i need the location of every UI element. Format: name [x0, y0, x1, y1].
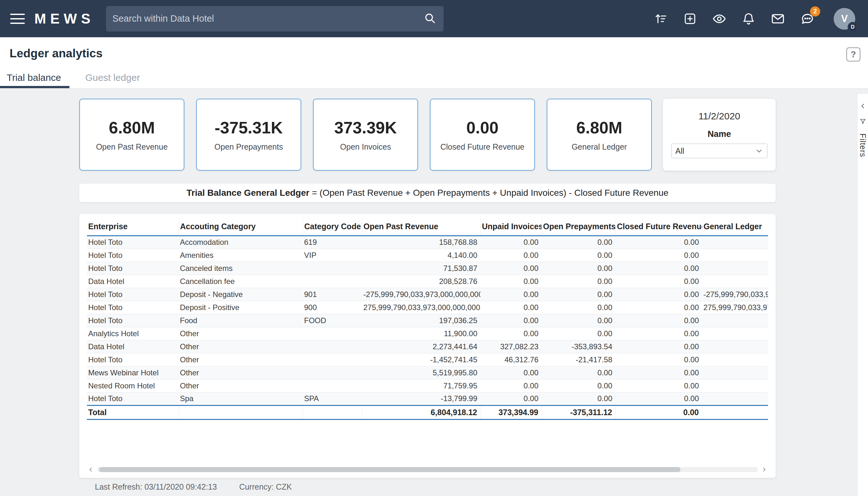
cell: 0.00 — [616, 236, 702, 249]
scroll-right-icon[interactable] — [760, 466, 768, 474]
cell — [702, 327, 768, 340]
table-row[interactable]: Hotel TotoDeposit - Negative901-275,999,… — [87, 288, 768, 301]
tab-trial-balance[interactable]: Trial balance — [0, 67, 69, 88]
table-row[interactable]: Analytics HotelOther11,900.000.000.000.0… — [87, 327, 768, 340]
table-row[interactable]: Hotel TotoDeposit - Positive900275,999,7… — [87, 301, 768, 314]
col-unpaid-invoices[interactable]: Unpaid Invoices — [480, 218, 542, 236]
table-row[interactable]: Hotel TotoAccomodation619158,768.880.000… — [87, 236, 768, 249]
table-row[interactable]: Nested Room HotelOther71,759.950.000.000… — [87, 379, 768, 392]
name-filter-dropdown[interactable]: All — [671, 143, 768, 158]
expand-filters-icon[interactable] — [860, 103, 866, 109]
total-cell: 6,804,918.12 — [362, 405, 480, 419]
cell: 0.00 — [480, 314, 542, 327]
table-row[interactable]: Hotel TotoAmenitiesVIP4,140.000.000.000.… — [87, 249, 768, 262]
cell: Hotel Toto — [87, 301, 179, 314]
col-accouting-category[interactable]: Accouting Category — [179, 218, 303, 236]
table-row[interactable]: Data HotelOther2,273,441.64327,082.23-35… — [87, 340, 768, 353]
cell: 4,140.00 — [362, 249, 480, 262]
scrollbar-track[interactable] — [97, 467, 758, 472]
kpi-open-prepayments: -375.31K Open Prepayments — [196, 99, 301, 171]
funnel-icon[interactable] — [860, 118, 866, 124]
total-cell: 0.00 — [616, 405, 702, 419]
tab-guest-ledger[interactable]: Guest ledger — [77, 67, 149, 88]
cell: -13,799.99 — [362, 392, 480, 405]
cell: 0.00 — [542, 314, 616, 327]
table-total-row[interactable]: Total6,804,918.12373,394.99-375,311.120.… — [87, 405, 768, 419]
search-input[interactable] — [112, 13, 424, 24]
horizontal-scrollbar[interactable] — [87, 466, 768, 474]
cell: 0.00 — [616, 314, 702, 327]
cell: Mews Webinar Hotel — [87, 366, 179, 379]
bell-icon[interactable] — [741, 12, 756, 26]
filter-date: 11/2/2020 — [671, 111, 768, 122]
kpi-value: -375.31K — [215, 118, 283, 137]
cell: Hotel Toto — [87, 314, 179, 327]
cell: 0.00 — [616, 353, 702, 366]
cell: 0.00 — [616, 288, 702, 301]
kpi-value: 6.80M — [109, 118, 155, 137]
search-icon[interactable] — [424, 12, 436, 26]
avatar[interactable]: V D — [834, 8, 855, 30]
cell: 0.00 — [480, 262, 542, 275]
cell: Other — [179, 340, 303, 353]
eye-icon[interactable] — [712, 12, 727, 26]
total-cell — [179, 405, 303, 419]
cell: 0.00 — [480, 288, 542, 301]
col-closed-future-revenue[interactable]: Closed Future Revenue — [616, 218, 702, 236]
cell: VIP — [303, 249, 362, 262]
cell: Spa — [179, 392, 303, 405]
table-row[interactable]: Hotel TotoFoodFOOD197,036.250.000.000.00 — [87, 314, 768, 327]
add-icon[interactable] — [683, 12, 697, 26]
cell — [702, 275, 768, 288]
sort-icon[interactable] — [653, 12, 668, 26]
chat-badge: 2 — [810, 6, 820, 17]
col-open-past-revenue[interactable]: Open Past Revenue — [362, 218, 480, 236]
table-body: Hotel TotoAccomodation619158,768.880.000… — [87, 236, 768, 419]
tabs: Trial balance Guest ledger — [0, 67, 868, 88]
cell: 0.00 — [616, 301, 702, 314]
cell: SPA — [303, 392, 362, 405]
cell: 0.00 — [480, 249, 542, 262]
cell: Deposit - Negative — [179, 288, 303, 301]
help-icon[interactable]: ? — [846, 47, 861, 61]
kpi-label: Open Past Revenue — [96, 142, 168, 152]
col-open-prepayments[interactable]: Open Prepayments — [542, 218, 616, 236]
mews-logo: MEWS — [34, 11, 95, 27]
kpi-general-ledger: 6.80M General Ledger — [547, 99, 652, 171]
table-row[interactable]: Hotel TotoOther-1,452,741.4546,312.76-21… — [87, 353, 768, 366]
search-bar[interactable] — [106, 6, 444, 32]
last-refresh: Last Refresh: 03/11/2020 09:42:13 — [95, 482, 217, 492]
scrollbar-thumb[interactable] — [99, 467, 680, 472]
menu-icon[interactable] — [10, 12, 25, 26]
cell: 275,999,790,033,973,000,000,000.00 — [702, 301, 768, 314]
cell — [702, 340, 768, 353]
chat-icon[interactable]: 2 — [800, 12, 815, 26]
col-enterprise[interactable]: Enterprise — [87, 218, 179, 236]
col-category-code[interactable]: Category Code — [303, 218, 362, 236]
content: 6.80M Open Past Revenue -375.31K Open Pr… — [0, 89, 868, 491]
table-row[interactable]: Hotel TotoSpaSPA-13,799.990.000.000.00 — [87, 392, 768, 405]
table-row[interactable]: Data HotelCancellation fee208,528.760.00… — [87, 275, 768, 288]
cell: Nested Room Hotel — [87, 379, 179, 392]
cell: 0.00 — [542, 288, 616, 301]
cell: Data Hotel — [87, 275, 179, 288]
cell: Hotel Toto — [87, 262, 179, 275]
cell: -275,999,790,033,973,000,000,000.00 — [362, 288, 480, 301]
mail-icon[interactable] — [771, 12, 785, 26]
table-row[interactable]: Mews Webinar HotelOther5,519,995.800.000… — [87, 366, 768, 379]
cell: 0.00 — [616, 249, 702, 262]
kpi-value: 373.39K — [334, 118, 397, 137]
scroll-left-icon[interactable] — [87, 466, 95, 474]
cell: 619 — [303, 236, 362, 249]
cell: 0.00 — [480, 379, 542, 392]
table-row[interactable]: Hotel TotoCanceled items71,530.870.000.0… — [87, 262, 768, 275]
filter-name-label: Name — [671, 129, 768, 139]
col-general-ledger[interactable]: General Ledger — [702, 218, 768, 236]
cell: Hotel Toto — [87, 236, 179, 249]
trial-balance-table-card: Enterprise Accouting Category Category C… — [79, 214, 776, 478]
cell: Hotel Toto — [87, 249, 179, 262]
trial-balance-table: Enterprise Accouting Category Category C… — [87, 218, 768, 420]
filters-panel-collapsed[interactable]: Filters — [857, 94, 868, 496]
cell — [702, 249, 768, 262]
cell: 0.00 — [480, 301, 542, 314]
